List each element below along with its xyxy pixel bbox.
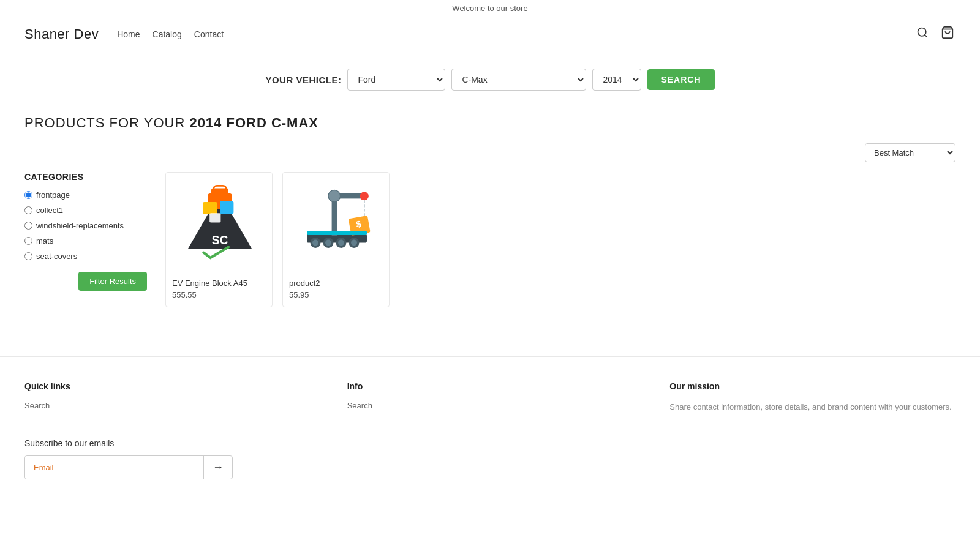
site-title: Shaner Dev: [24, 26, 99, 42]
svg-point-23: [360, 192, 368, 200]
category-label-seatcovers: seat-covers: [36, 252, 77, 261]
category-radio-collect1[interactable]: [24, 206, 32, 214]
make-select[interactable]: Ford Chevrolet Toyota Honda: [347, 69, 445, 91]
footer-quick-link-search[interactable]: Search: [24, 401, 311, 410]
filter-button[interactable]: Filter Results: [78, 272, 147, 291]
svg-point-0: [918, 28, 926, 36]
sort-row: Best Match Price: Low to High Price: Hig…: [24, 143, 956, 162]
footer-info: Info Search: [347, 381, 633, 414]
footer-info-link-search[interactable]: Search: [347, 401, 633, 410]
product-1-image-icon: SC: [177, 181, 263, 266]
category-label-collect1: collect1: [36, 206, 63, 215]
vehicle-search-button[interactable]: SEARCH: [647, 69, 714, 90]
model-select[interactable]: C-Max F-150 Mustang Explorer: [451, 69, 586, 91]
product-image-2: $: [283, 173, 390, 274]
product-info-1: EV Engine Block A45 555.55: [166, 274, 272, 307]
search-icon-button[interactable]: [915, 25, 930, 43]
category-item-mats[interactable]: mats: [24, 236, 147, 246]
header-left: Shaner Dev Home Catalog Contact: [24, 26, 224, 42]
svg-point-19: [351, 239, 357, 246]
announcement-text: Welcome to our store: [452, 4, 527, 13]
nav-item-catalog[interactable]: Catalog: [153, 29, 182, 39]
nav-link-catalog[interactable]: Catalog: [153, 29, 182, 39]
products-title: PRODUCTS FOR YOUR 2014 FORD C-MAX: [24, 115, 956, 131]
subscribe-form: →: [24, 455, 233, 479]
category-item-frontpage[interactable]: frontpage: [24, 190, 147, 200]
sidebar: CATEGORIES frontpage collect1 windshield…: [24, 172, 147, 291]
category-radio-frontpage[interactable]: [24, 191, 32, 199]
footer-info-title: Info: [347, 381, 633, 391]
header-icons: [915, 24, 956, 43]
product-image-1: SC: [166, 173, 273, 274]
nav-links: Home Catalog Contact: [117, 29, 224, 39]
footer-columns: Quick links Search Info Search Our missi…: [24, 381, 956, 414]
subscribe-section: Subscribe to our emails →: [24, 438, 233, 479]
vehicle-selector: YOUR VEHICLE: Ford Chevrolet Toyota Hond…: [0, 51, 980, 103]
svg-rect-27: [307, 230, 367, 234]
product-name-1: EV Engine Block A45: [172, 279, 266, 288]
product-card-1[interactable]: SC EV Engine Block A45 555.55: [165, 172, 273, 307]
category-list: frontpage collect1 windshield-replacemen…: [24, 190, 147, 261]
product-info-2: product2 55.95: [283, 274, 389, 307]
category-item-seatcovers[interactable]: seat-covers: [24, 252, 147, 261]
nav-item-home[interactable]: Home: [117, 29, 140, 39]
footer-quick-links-title: Quick links: [24, 381, 311, 391]
main-content: PRODUCTS FOR YOUR 2014 FORD C-MAX Best M…: [0, 103, 980, 332]
categories-title: CATEGORIES: [24, 172, 147, 182]
subscribe-email-input[interactable]: [25, 456, 203, 479]
footer-mission-text: Share contact information, store details…: [669, 401, 956, 414]
footer-quick-links: Quick links Search: [24, 381, 311, 414]
header: Shaner Dev Home Catalog Contact: [0, 17, 980, 51]
category-label-windshield: windshield-replacements: [36, 221, 124, 230]
svg-rect-7: [203, 202, 217, 214]
svg-point-22: [328, 190, 341, 202]
content-layout: CATEGORIES frontpage collect1 windshield…: [24, 172, 956, 307]
footer-mission: Our mission Share contact information, s…: [669, 381, 956, 414]
category-radio-seatcovers[interactable]: [24, 252, 32, 260]
product-price-2: 55.95: [289, 290, 383, 299]
footer: Quick links Search Info Search Our missi…: [0, 356, 980, 498]
svg-point-17: [338, 239, 344, 246]
product-card-2[interactable]: $ product2 55.95: [282, 172, 390, 307]
sort-select[interactable]: Best Match Price: Low to High Price: Hig…: [865, 143, 956, 162]
category-label-frontpage: frontpage: [36, 190, 70, 200]
product-price-1: 555.55: [172, 290, 266, 299]
category-radio-windshield[interactable]: [24, 222, 32, 230]
cart-icon-button[interactable]: [940, 24, 956, 43]
search-icon: [916, 26, 929, 39]
category-radio-mats[interactable]: [24, 237, 32, 245]
svg-rect-9: [209, 213, 221, 222]
product-name-2: product2: [289, 279, 383, 288]
subscribe-title: Subscribe to our emails: [24, 438, 233, 448]
subscribe-submit-button[interactable]: →: [203, 456, 232, 479]
cart-icon: [941, 26, 954, 39]
footer-mission-title: Our mission: [669, 381, 956, 391]
svg-rect-8: [220, 201, 233, 214]
year-select[interactable]: 2014 2015 2016 2013: [592, 69, 641, 91]
nav-link-home[interactable]: Home: [117, 29, 140, 39]
category-label-mats: mats: [36, 236, 53, 246]
category-item-collect1[interactable]: collect1: [24, 206, 147, 215]
nav-item-contact[interactable]: Contact: [194, 29, 224, 39]
main-nav: Home Catalog Contact: [117, 29, 224, 39]
vehicle-label: YOUR VEHICLE:: [265, 75, 341, 85]
category-item-windshield[interactable]: windshield-replacements: [24, 221, 147, 230]
products-title-bold: 2014 FORD C-MAX: [189, 115, 318, 130]
product-2-image-icon: $: [294, 181, 380, 266]
products-title-prefix: PRODUCTS FOR YOUR: [24, 115, 189, 130]
products-grid: SC EV Engine Block A45 555.55: [165, 172, 956, 307]
svg-point-13: [312, 239, 318, 246]
announcement-bar: Welcome to our store: [0, 0, 980, 17]
svg-text:SC: SC: [211, 233, 228, 246]
svg-line-1: [925, 35, 927, 37]
nav-link-contact[interactable]: Contact: [194, 29, 224, 39]
svg-point-15: [325, 239, 331, 246]
